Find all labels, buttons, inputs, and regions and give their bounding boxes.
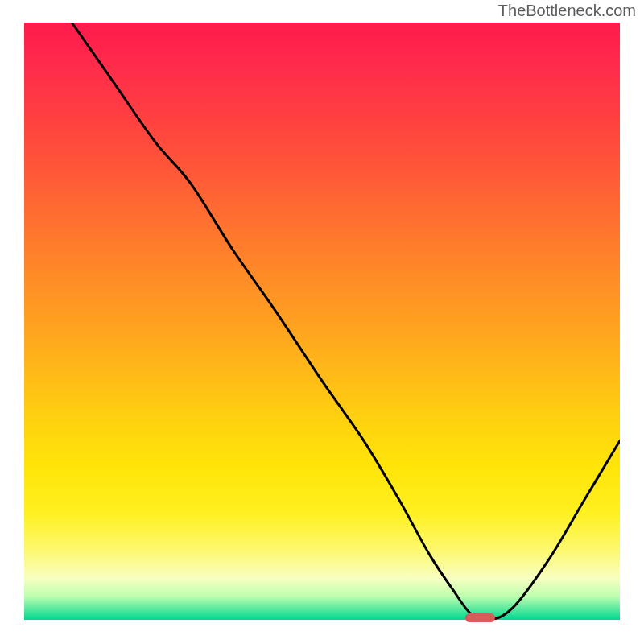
bottleneck-curve-path [72, 23, 620, 620]
chart-curve-svg [24, 23, 620, 620]
dip-marker [465, 613, 495, 622]
chart-plot-area [24, 23, 620, 620]
watermark-label: TheBottleneck.com [498, 2, 636, 20]
